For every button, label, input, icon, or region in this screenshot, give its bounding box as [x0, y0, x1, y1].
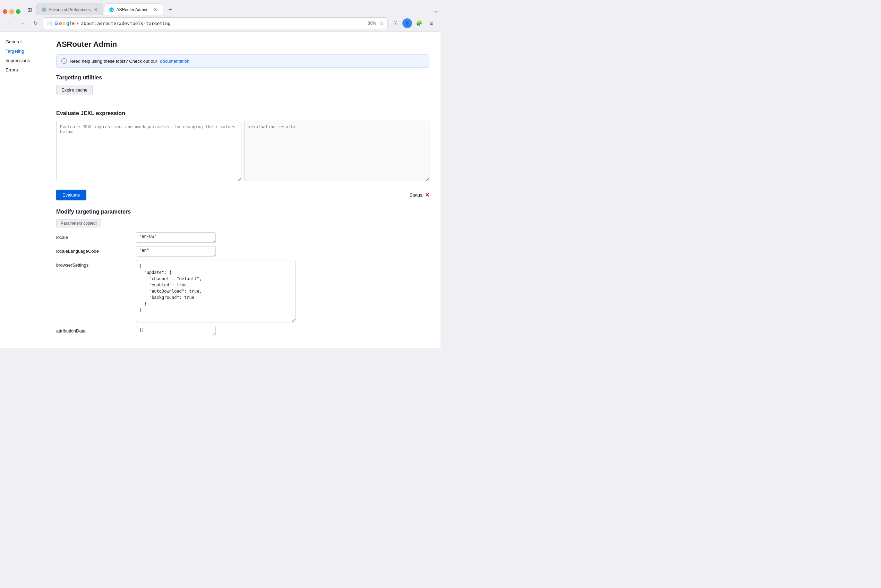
tab-title-asrouter: ASRouter Admin — [116, 7, 150, 12]
page-wrapper: General Targeting Impressions Errors ASR… — [0, 32, 440, 348]
page-title: ASRouter Admin — [56, 40, 429, 49]
modify-targeting-section: Modify targeting parameters Parameters c… — [56, 209, 429, 336]
status-label: Status: — [410, 192, 423, 198]
tab-advanced-preferences[interactable]: ⚙️ Advanced Preferences ✕ — [36, 3, 104, 15]
param-row-attribution-data: attributionData — [56, 326, 429, 336]
address-bar[interactable]: 📄 Google ▾ about:asrouter#devtools-targe… — [43, 17, 388, 29]
evaluate-button[interactable]: Evaluate — [56, 190, 86, 200]
info-banner: i Need help using these tools? Check out… — [56, 54, 429, 68]
jexl-textareas-container — [56, 121, 429, 182]
status-row: Status: ✕ — [410, 192, 429, 198]
param-row-browser-settings: browserSettings — [56, 260, 429, 322]
window-maximize-btn[interactable] — [16, 9, 21, 14]
param-input-locale-lang-code[interactable] — [136, 246, 216, 256]
browser-chrome: ⊞ ⚙️ Advanced Preferences ✕ 🌐 ASRouter A… — [0, 0, 440, 32]
window-controls — [3, 9, 21, 15]
tab-favicon-asrouter: 🌐 — [108, 7, 114, 12]
profile-avatar[interactable]: 👤 — [402, 18, 412, 28]
tab-close-asrouter[interactable]: ✕ — [152, 7, 159, 13]
param-label-locale-lang-code: localeLanguageCode — [56, 246, 136, 254]
info-icon: i — [62, 58, 67, 64]
status-indicator: ✕ — [425, 192, 429, 198]
sidebar-item-general[interactable]: General — [0, 37, 45, 46]
param-label-locale: locale — [56, 232, 136, 240]
param-input-attribution-data[interactable] — [136, 326, 216, 336]
evaluate-jexl-section: Evaluate JEXL expression — [56, 110, 429, 182]
sidebar: General Targeting Impressions Errors — [0, 32, 45, 348]
tab-close-advanced-preferences[interactable]: ✕ — [93, 7, 99, 13]
sidebar-item-impressions[interactable]: Impressions — [0, 56, 45, 65]
tab-grid-button[interactable]: ⊞ — [25, 6, 35, 15]
evaluate-row: Evaluate Status: ✕ — [56, 190, 429, 200]
jexl-expression-input[interactable] — [56, 121, 242, 182]
forward-button[interactable]: → — [17, 18, 28, 29]
tab-favicon-advanced-preferences: ⚙️ — [41, 7, 47, 12]
params-copied-badge: Parameters copied! — [56, 219, 101, 227]
param-row-locale-lang-code: localeLanguageCode — [56, 246, 429, 256]
modify-targeting-title: Modify targeting parameters — [56, 209, 429, 215]
info-banner-text: Need help using these tools? Check out o… — [70, 58, 157, 64]
sidebar-item-targeting[interactable]: Targeting — [0, 46, 45, 56]
reload-button[interactable]: ↻ — [30, 18, 41, 29]
targeting-utilities-section: Targeting utilities Expire cache — [56, 75, 429, 102]
sidebar-item-errors[interactable]: Errors — [0, 65, 45, 75]
targeting-utilities-title: Targeting utilities — [56, 75, 429, 81]
extensions-button[interactable]: 🧩 — [413, 18, 425, 29]
window-close-btn[interactable] — [3, 9, 7, 14]
expire-cache-button[interactable]: Expire cache — [56, 85, 93, 95]
nav-bar: ← → ↻ 📄 Google ▾ about:asrouter#devtools… — [0, 15, 440, 31]
new-tab-button[interactable]: + — [165, 5, 175, 15]
nav-right-icons: ⊡ 👤 🧩 ≡ — [390, 18, 437, 29]
param-textarea-browser-settings[interactable] — [136, 260, 296, 322]
back-button[interactable]: ← — [3, 18, 15, 29]
evaluate-jexl-title: Evaluate JEXL expression — [56, 110, 429, 117]
address-bar-url[interactable]: about:asrouter#devtools-targeting — [81, 21, 366, 26]
jexl-result-output[interactable] — [244, 121, 429, 182]
page-icon: 📄 — [47, 21, 53, 26]
documentation-link[interactable]: documentation — [160, 58, 189, 64]
address-bar-dropdown-icon[interactable]: ▾ — [77, 21, 79, 26]
tab-bar: ⊞ ⚙️ Advanced Preferences ✕ 🌐 ASRouter A… — [0, 0, 440, 15]
window-minimize-btn[interactable] — [9, 9, 14, 14]
menu-button[interactable]: ≡ — [426, 18, 437, 29]
param-input-locale[interactable] — [136, 232, 216, 243]
tab-overflow-button[interactable]: ⌄ — [433, 7, 438, 15]
google-logo: Google — [54, 21, 75, 26]
tab-asrouter-admin[interactable]: 🌐 ASRouter Admin ✕ — [104, 3, 163, 15]
bookmark-star-icon[interactable]: ☆ — [380, 21, 384, 26]
param-label-attribution-data: attributionData — [56, 326, 136, 333]
tab-title-advanced-preferences: Advanced Preferences — [48, 7, 90, 12]
param-row-locale: locale — [56, 232, 429, 243]
zoom-level[interactable]: 80% — [368, 21, 377, 26]
pocket-button[interactable]: ⊡ — [390, 18, 401, 29]
param-label-browser-settings: browserSettings — [56, 260, 136, 268]
main-content: ASRouter Admin i Need help using these t… — [45, 32, 440, 348]
